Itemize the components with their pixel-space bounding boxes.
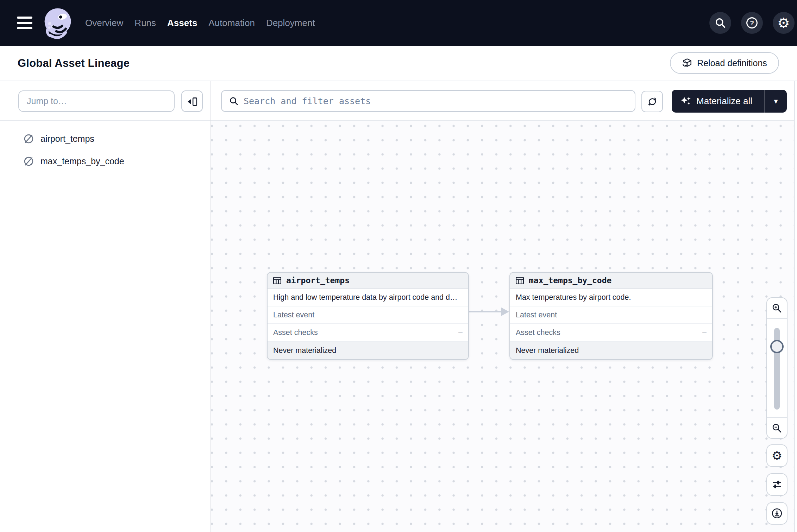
latest-event-label: Latest event: [273, 311, 314, 319]
nav-tab-automation[interactable]: Automation: [208, 18, 255, 28]
gear-icon: ⚙: [777, 16, 790, 30]
sidebar-item-max-temps-by-code[interactable]: max_temps_by_code: [0, 150, 211, 172]
table-icon: [272, 276, 282, 285]
zoom-slider: [767, 319, 787, 417]
reload-definitions-button[interactable]: Reload definitions: [670, 52, 779, 74]
zoom-out-icon: [772, 423, 782, 433]
settings-button[interactable]: ⚙: [773, 12, 795, 34]
asset-node-description: High and low temperature data by airport…: [268, 289, 468, 306]
asset-node-airport-temps[interactable]: airport_temps High and low temperature d…: [267, 272, 469, 360]
canvas-toolbar: Materialize all ▾: [211, 81, 794, 121]
sparkles-icon: [680, 96, 691, 107]
asset-node-title-row[interactable]: max_temps_by_code: [510, 273, 712, 289]
sidebar-toolbar: [0, 81, 211, 121]
materialization-status: Never materialized: [268, 342, 468, 359]
refresh-icon: [647, 96, 658, 107]
asset-checks-label: Asset checks: [516, 328, 560, 337]
asset-list: airport_temps max_temps_by_code: [0, 121, 211, 172]
asset-checks-row: Asset checks –: [268, 324, 468, 342]
nav-tab-deployment[interactable]: Deployment: [266, 18, 315, 28]
never-materialized-icon: [23, 133, 34, 144]
svg-text:?: ?: [750, 19, 754, 27]
zoom-out-button[interactable]: [767, 418, 787, 438]
reload-definitions-icon: [682, 58, 692, 68]
hamburger-menu-icon[interactable]: [17, 17, 32, 29]
download-image-button[interactable]: [766, 502, 787, 525]
nav-tab-runs[interactable]: Runs: [134, 18, 156, 28]
asset-node-title: airport_temps: [286, 276, 350, 285]
download-icon: [771, 508, 783, 519]
nav-tab-assets[interactable]: Assets: [167, 18, 197, 28]
graph-filters-button[interactable]: [766, 473, 787, 496]
asset-checks-value: –: [702, 328, 707, 337]
dagster-logo-icon[interactable]: [39, 5, 76, 41]
page-header: Global Asset Lineage Reload definitions: [0, 46, 797, 81]
sidebar-item-airport-temps[interactable]: airport_temps: [0, 127, 211, 150]
asset-node-description: Max temperatures by airport code.: [510, 289, 712, 306]
materialize-all-main[interactable]: Materialize all: [672, 90, 764, 113]
sliders-icon: [772, 479, 782, 490]
zoom-in-button[interactable]: [767, 298, 787, 318]
asset-node-max-temps-by-code[interactable]: max_temps_by_code Max temperatures by ai…: [509, 272, 713, 360]
zoom-slider-thumb[interactable]: [770, 340, 784, 353]
latest-event-row: Latest event: [268, 306, 468, 324]
nav-tabs: Overview Runs Assets Automation Deployme…: [85, 0, 315, 46]
asset-node-title: max_temps_by_code: [529, 276, 611, 285]
materialize-dropdown-button[interactable]: ▾: [765, 90, 787, 113]
materialization-status: Never materialized: [510, 342, 712, 359]
latest-event-row: Latest event: [510, 306, 712, 324]
graph-settings-button[interactable]: ⚙: [766, 444, 787, 467]
search-icon: [714, 17, 726, 29]
asset-checks-label: Asset checks: [273, 328, 318, 337]
asset-node-title-row[interactable]: airport_temps: [268, 273, 468, 289]
help-button[interactable]: ?: [741, 12, 763, 34]
refresh-button[interactable]: [641, 91, 663, 112]
top-nav-bar: Overview Runs Assets Automation Deployme…: [0, 0, 797, 46]
asset-sidebar: airport_temps max_temps_by_code: [0, 81, 211, 532]
reload-definitions-label: Reload definitions: [697, 58, 767, 68]
help-icon: ?: [746, 17, 758, 29]
edge-arrowhead-icon: [501, 308, 509, 316]
lineage-graph-canvas[interactable]: airport_temps High and low temperature d…: [211, 121, 794, 532]
never-materialized-icon: [23, 156, 34, 167]
search-icon: [229, 96, 239, 106]
table-icon: [515, 276, 525, 285]
lineage-canvas-column: Materialize all ▾: [211, 81, 795, 532]
global-asset-lineage-page: Overview Runs Assets Automation Deployme…: [0, 0, 797, 532]
materialize-all-button[interactable]: Materialize all ▾: [672, 90, 787, 113]
page-title: Global Asset Lineage: [18, 46, 130, 81]
zoom-in-icon: [772, 303, 782, 314]
sidebar-item-label: max_temps_by_code: [40, 156, 124, 166]
gear-icon: ⚙: [772, 450, 782, 462]
collapse-panel-icon: [187, 96, 198, 107]
jump-to-input[interactable]: [18, 90, 175, 112]
latest-event-label: Latest event: [516, 311, 557, 319]
nav-tab-overview[interactable]: Overview: [85, 18, 123, 28]
asset-checks-value: –: [458, 328, 463, 337]
zoom-control-panel: [766, 297, 787, 439]
asset-search-box: [221, 90, 635, 112]
materialize-all-label: Materialize all: [696, 96, 752, 107]
asset-search-input[interactable]: [244, 96, 628, 106]
sidebar-item-label: airport_temps: [40, 134, 94, 144]
collapse-panel-button[interactable]: [181, 90, 203, 112]
asset-checks-row: Asset checks –: [510, 324, 712, 342]
search-button[interactable]: [709, 12, 731, 34]
chevron-down-icon: ▾: [774, 97, 778, 106]
